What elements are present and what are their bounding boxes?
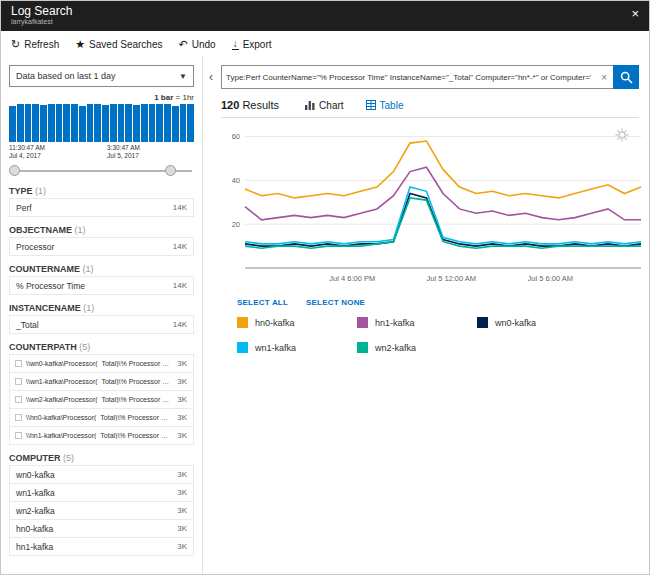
facet-row[interactable]: \\wn0-kafka\Processor(_Total)\% Processo… — [9, 354, 194, 373]
legend-label: wn1-kafka — [255, 343, 296, 353]
export-button[interactable]: ↓ Export — [232, 39, 272, 50]
facet-row[interactable]: _Total14K — [9, 315, 194, 334]
legend-label: hn1-kafka — [375, 318, 415, 328]
histogram-bar[interactable] — [156, 104, 163, 142]
tab-chart[interactable]: Chart — [305, 100, 343, 111]
histogram — [9, 104, 194, 142]
facet-row[interactable]: wn2-kafka3K — [9, 501, 194, 520]
facet-label: \\hn0-kafka\Processor(_Total)\% Processo… — [22, 414, 177, 421]
time-scope-dropdown[interactable]: Data based on last 1 day ▼ — [9, 65, 194, 87]
facet-label: Processor — [10, 242, 173, 252]
facet-row[interactable]: hn1-kafka3K — [9, 537, 194, 556]
histogram-bar[interactable] — [17, 104, 24, 142]
histogram-bar[interactable] — [87, 104, 94, 142]
legend-item[interactable]: hn1-kafka — [357, 317, 477, 328]
legend-label: wn2-kafka — [375, 343, 416, 353]
facet-label: \\wn0-kafka\Processor(_Total)\% Processo… — [22, 360, 177, 367]
search-input[interactable] — [221, 65, 595, 89]
histogram-bar[interactable] — [180, 104, 187, 142]
facet-row[interactable]: \\hn1-kafka\Processor(_Total)\% Processo… — [9, 426, 194, 445]
histogram-bar[interactable] — [48, 104, 55, 142]
legend-item[interactable]: wn0-kafka — [477, 317, 597, 328]
facet-row[interactable]: \\hn0-kafka\Processor(_Total)\% Processo… — [9, 408, 194, 427]
facet-count: 3K — [177, 431, 193, 440]
legend-label: wn0-kafka — [495, 318, 536, 328]
histogram-bar[interactable] — [102, 105, 109, 142]
refresh-button[interactable]: ↻ Refresh — [11, 39, 59, 50]
facet-section-type: TYPE (1)Perf14K — [9, 186, 194, 217]
histogram-bar[interactable] — [118, 104, 125, 142]
histogram-bar[interactable] — [94, 104, 101, 142]
facet-row[interactable]: Processor14K — [9, 237, 194, 256]
histogram-bar[interactable] — [110, 104, 117, 142]
facet-checkbox[interactable] — [15, 378, 22, 385]
undo-button[interactable]: ↶ Undo — [179, 39, 216, 50]
slider-handle-right[interactable] — [165, 165, 176, 176]
facet-row[interactable]: wn1-kafka3K — [9, 483, 194, 502]
select-all-link[interactable]: SELECT ALL — [237, 298, 288, 307]
legend-item[interactable]: wn2-kafka — [357, 342, 477, 353]
histogram-bar[interactable] — [40, 105, 47, 142]
histogram-bar[interactable] — [164, 104, 171, 142]
facet-checkbox[interactable] — [15, 432, 22, 439]
histogram-bar[interactable] — [56, 104, 63, 142]
facet-title: INSTANCENAME (1) — [9, 303, 194, 313]
histogram-bar[interactable] — [133, 105, 140, 142]
window-header: Log Search larrykafkatest × — [1, 1, 649, 31]
histogram-bar[interactable] — [9, 106, 16, 142]
facet-checkbox[interactable] — [15, 396, 22, 403]
export-icon: ↓ — [232, 39, 239, 50]
facet-row[interactable]: wn0-kafka3K — [9, 465, 194, 484]
histogram-bar[interactable] — [125, 104, 132, 142]
saved-searches-button[interactable]: ★ Saved Searches — [75, 39, 162, 50]
select-none-link[interactable]: SELECT NONE — [306, 298, 365, 307]
facet-label: wn1-kafka — [10, 488, 177, 498]
collapse-sidebar-icon[interactable]: ‹ — [209, 70, 221, 84]
chart-settings-gear-icon[interactable] — [615, 128, 629, 146]
facet-row[interactable]: hn0-kafka3K — [9, 519, 194, 538]
close-icon[interactable]: × — [631, 7, 639, 20]
histogram-bar[interactable] — [71, 104, 78, 142]
clear-search-icon[interactable]: × — [595, 65, 613, 89]
results-chart[interactable]: 204060Jul 4 6:00 PMJul 5 12:00 AMJul 5 6… — [221, 120, 647, 292]
histogram-bar[interactable] — [172, 106, 179, 142]
svg-text:40: 40 — [232, 176, 240, 185]
histogram-bar[interactable] — [79, 106, 86, 142]
svg-text:Jul 5 12:00 AM: Jul 5 12:00 AM — [426, 274, 476, 283]
results-divider — [221, 117, 639, 118]
facet-row[interactable]: % Processor Time14K — [9, 276, 194, 295]
content: Data based on last 1 day ▼ 1 bar = 1hr 1… — [1, 57, 649, 575]
svg-text:Jul 4 6:00 PM: Jul 4 6:00 PM — [329, 274, 375, 283]
slider-handle-left[interactable] — [9, 165, 20, 176]
chevron-down-icon: ▼ — [179, 72, 187, 81]
histogram-bar[interactable] — [187, 104, 194, 142]
histogram-bar[interactable] — [25, 104, 32, 142]
facet-section-objectname: OBJECTNAME (1)Processor14K — [9, 225, 194, 256]
facet-count: 3K — [177, 470, 193, 479]
facet-row[interactable]: \\wn2-kafka\Processor(_Total)\% Processo… — [9, 390, 194, 409]
workspace-name: larrykafkatest — [11, 18, 639, 25]
page-title: Log Search — [11, 4, 639, 18]
facet-label: _Total — [10, 320, 173, 330]
results-count: 120 Results — [221, 99, 279, 111]
facet-checkbox[interactable] — [15, 360, 22, 367]
facet-row[interactable]: \\wn1-kafka\Processor(_Total)\% Processo… — [9, 372, 194, 391]
facet-row[interactable]: Perf14K — [9, 198, 194, 217]
legend-item[interactable]: wn1-kafka — [237, 342, 357, 353]
facet-checkbox[interactable] — [15, 414, 22, 421]
facet-count: 3K — [177, 488, 193, 497]
search-button[interactable] — [613, 65, 639, 89]
histogram-bar[interactable] — [149, 104, 156, 142]
chart-area: 204060Jul 4 6:00 PMJul 5 12:00 AMJul 5 6… — [221, 120, 639, 296]
tab-table[interactable]: Table — [366, 100, 404, 111]
time-start-label: 11:30:47 AM Jul 4, 2017 — [9, 144, 45, 160]
histogram-bar[interactable] — [32, 104, 39, 142]
legend-item[interactable]: hn0-kafka — [237, 317, 357, 328]
histogram-bar[interactable] — [63, 104, 70, 142]
legend-swatch — [237, 317, 248, 328]
results-header: 120 Results Chart — [221, 99, 639, 111]
facet-label: \\hn1-kafka\Processor(_Total)\% Processo… — [22, 432, 177, 439]
facet-title: TYPE (1) — [9, 186, 194, 196]
time-range-labels: 11:30:47 AM Jul 4, 2017 3:30:47 AM Jul 5… — [9, 144, 194, 160]
histogram-bar[interactable] — [141, 104, 148, 142]
